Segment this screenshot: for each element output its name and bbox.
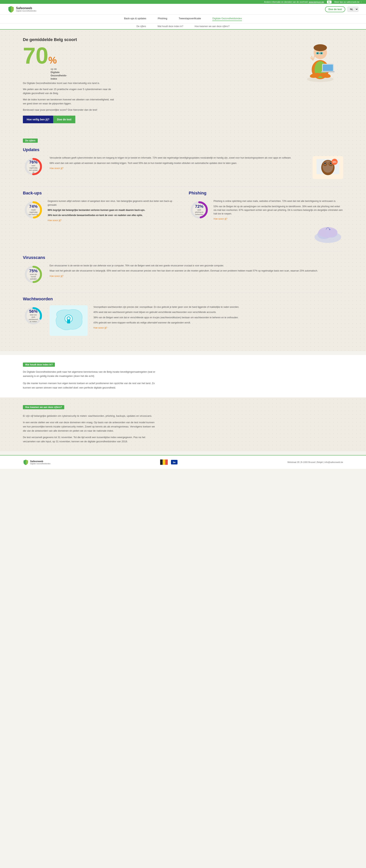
main-nav: Back-ups & updates Phishing Tweestapsver…: [0, 15, 366, 24]
top-bar: Andere informatie en diensten van de ove…: [0, 0, 366, 4]
wat-houdt-section: Wat houdt deze index in? De Digitale Gez…: [0, 355, 366, 397]
footer-center: be: [160, 460, 178, 465]
hero-cta-button[interactable]: Doe de test: [53, 116, 75, 123]
wat-houdt-badge: Wat houdt deze index in?: [23, 363, 55, 367]
cijfers-section: De cijfers Updates 76% voert regelmatig …: [0, 131, 366, 351]
backups-description: Gegevens kunnen altijd verloren raken of…: [48, 199, 177, 222]
nav-item-backups[interactable]: Back-ups & updates: [124, 17, 146, 21]
svg-rect-11: [323, 64, 333, 71]
nav-item-tweestaps[interactable]: Tweestapsverificatie: [178, 17, 201, 21]
hero-desc4: Benieuwd naar jouw persoonlijke score? D…: [23, 108, 114, 112]
nav-item-phishing[interactable]: Phishing: [158, 17, 167, 21]
belgium-map-svg: [52, 307, 86, 334]
header-test-button[interactable]: Doe de test: [325, 6, 345, 12]
backups-percent: 74%: [28, 204, 39, 209]
wachtwoorden-hoe-score-link[interactable]: Hoe scoor jij?: [93, 326, 343, 330]
hero-score-number: 70: [23, 44, 48, 67]
hoe-kwamen-text1: Er zijn vijf belangrijke gebieden om cyb…: [23, 414, 156, 418]
footer-flag-icon: [160, 460, 168, 465]
wachtwoorden-map: [49, 305, 88, 336]
updates-title: Updates: [23, 147, 343, 152]
cijfers-badge: De cijfers: [23, 138, 38, 143]
phishing-cloud-svg: [312, 224, 343, 243]
footer-logo-tagline: Digitale Gezondheidsindex: [30, 463, 51, 465]
footer-logo-name: Safeonweb: [30, 460, 51, 463]
svg-point-8: [317, 53, 318, 54]
updates-section: Updates 76% voert regelmatig een update …: [23, 147, 343, 179]
updates-hoe-score-link[interactable]: Hoe scoor jij?: [49, 166, 307, 170]
wachtwoorden-description: Voorspelbare wachtwoorden zijn precies d…: [93, 305, 343, 330]
virusscans-donut: 75% scant zijn toestel wekelijks: [23, 264, 44, 285]
virusscans-description: Een virusscanner is de eerste en beste l…: [49, 264, 343, 278]
hoe-kwamen-text3: De test verzamelt gegevens tot 31 novemb…: [23, 435, 156, 444]
hero-score-label: op de Digitale Gezondheids- index: [51, 67, 67, 81]
updates-row: 76% voert regelmatig een update uit Vero…: [23, 156, 343, 179]
phishing-title: Phishing: [189, 191, 343, 195]
svg-point-4: [313, 44, 327, 51]
svg-rect-46: [67, 320, 70, 323]
hero-desc1: De Digitale Gezondheidsindex toont aan h…: [23, 81, 114, 85]
topbar-link[interactable]: www.belgium.be: [309, 1, 324, 3]
backups-donut: 74% maakt regelmatig een back-up: [23, 199, 44, 220]
footer-address: Wetstraat 28 | B-1000 Brussel | België |…: [288, 461, 343, 463]
svg-point-9: [321, 53, 322, 54]
footer-logo: Safeonweb Digitale Gezondheidsindex: [23, 459, 51, 465]
phishing-block: Phishing 72% weet phishing te herkennen: [189, 191, 343, 244]
sub-nav-cijfers[interactable]: De cijfers: [136, 25, 146, 28]
logo-tagline: Digitale Gezondheidsindex: [16, 10, 36, 12]
svg-point-29: [330, 162, 332, 164]
language-selector[interactable]: NL FR EN: [347, 7, 358, 12]
phishing-content: 72% weet phishing te herkennen Phishing …: [189, 199, 343, 221]
phishing-donut: 72% weet phishing te herkennen: [189, 199, 210, 220]
hero-score-block: 70 % op de Digitale Gezondheids- index: [23, 44, 290, 81]
hero-character-illustration: [301, 37, 339, 83]
logo-icon: [8, 6, 14, 12]
hero-cta: Hoe veilig ben jij? Doe de test: [23, 116, 290, 123]
phishing-illustration: [189, 224, 343, 244]
wat-houdt-text1: De Digitale Gezondheidsindex peilt naar …: [23, 370, 156, 378]
virusscans-donut-label: scant zijn toestel wekelijks: [28, 274, 39, 280]
svg-point-39: [318, 227, 337, 238]
sub-nav-kwamen[interactable]: Hoe kwamen we aan deze cijfers?: [195, 25, 230, 28]
virusscans-row: 75% scant zijn toestel wekelijks Een vir…: [23, 264, 343, 285]
hero-score-percent: %: [48, 53, 67, 67]
phishing-description: Phishing is online oplichting met valse …: [213, 199, 343, 221]
updates-donut-label: voert regelmatig een update uit: [28, 165, 39, 174]
virusscans-section: Virusscans 75% scant zijn toestel wekeli…: [23, 255, 343, 285]
backups-title: Back-ups: [23, 191, 177, 195]
updates-percent: 76%: [28, 160, 39, 165]
hero-section: De gemiddelde Belg scoort 70 % op de Dig…: [0, 30, 366, 131]
wat-houdt-text2: Op die manier kunnen mensen hun eigen ke…: [23, 381, 156, 390]
divider2: [23, 251, 343, 251]
wachtwoorden-title: Wachtwoorden: [23, 297, 343, 302]
updates-donut: 76% voert regelmatig een update uit: [23, 156, 44, 177]
updates-description: Verouderde software geeft cybercriminele…: [49, 156, 307, 170]
wachtwoorden-donut-label: weet een sterk wachtwoord te maken: [28, 314, 39, 323]
svg-text:be: be: [173, 461, 175, 464]
backups-phishing-grid: Back-ups 74% maakt regelmatig een back-u…: [23, 191, 343, 244]
backups-donut-label: maakt regelmatig een back-up: [28, 209, 39, 216]
header: Safeonweb Digitale Gezondheidsindex Doe …: [0, 4, 366, 15]
virusscans-hoe-score-link[interactable]: Hoe scoor jij?: [49, 274, 343, 278]
hero-image: [297, 37, 343, 83]
wachtwoorden-percent: 56%: [28, 309, 39, 314]
nav-item-gezondheid[interactable]: Digitale Gezondheidsindex: [212, 17, 242, 21]
svg-rect-49: [163, 460, 165, 465]
phishing-hoe-score-link[interactable]: Hoe scoor jij?: [213, 217, 343, 221]
sub-nav-houdt[interactable]: Wat houdt deze index in?: [158, 25, 183, 28]
logo-name: Safeonweb: [16, 6, 36, 10]
wachtwoorden-donut: 56% weet een sterk wachtwoord te maken: [23, 305, 44, 326]
header-right: Doe de test NL FR EN: [325, 6, 358, 12]
footer-be-logo-icon: be: [171, 460, 178, 464]
svg-rect-50: [165, 460, 168, 465]
svg-point-40: [329, 229, 330, 230]
footer: Safeonweb Digitale Gezondheidsindex be W…: [0, 455, 366, 469]
backups-hoe-score-link[interactable]: Hoe scoor jij?: [48, 219, 177, 222]
topbar-text: Andere informatie en diensten van de ove…: [264, 1, 309, 3]
svg-rect-48: [160, 460, 163, 465]
hoe-kwamen-badge: Hoe kwamen we aan deze cijfers?: [23, 405, 64, 409]
hero-desc3: Met de index kunnen we berekenen hoeveel…: [23, 98, 114, 106]
wachtwoorden-section: Wachtwoorden 56% weet een sterk wachtwoo…: [23, 297, 343, 336]
backups-block: Back-ups 74% maakt regelmatig een back-u…: [23, 191, 177, 244]
wachtwoorden-content: 56% weet een sterk wachtwoord te maken V…: [23, 305, 343, 336]
